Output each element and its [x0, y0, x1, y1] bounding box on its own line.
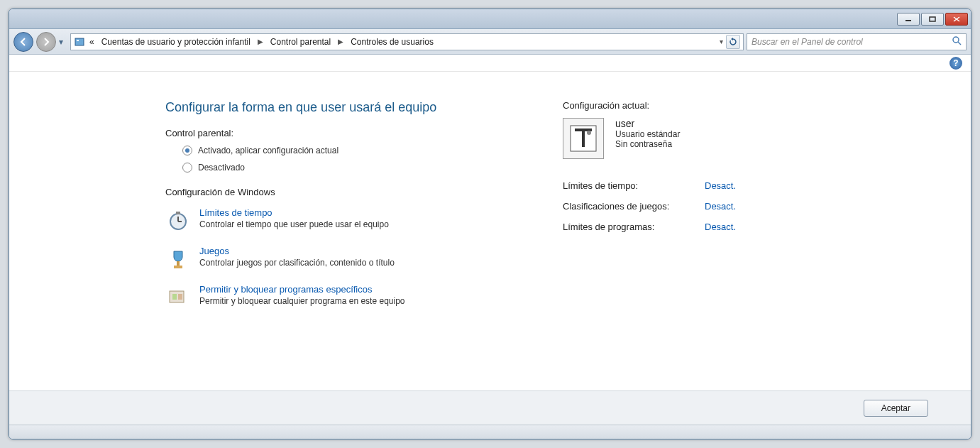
- breadcrumb-item[interactable]: Control parental: [268, 35, 334, 48]
- status-value-link[interactable]: Desact.: [705, 180, 736, 191]
- time-limits-desc: Controlar el tiempo que user puede usar …: [199, 219, 389, 229]
- settings-column: Configurar la forma en que user usará el…: [165, 100, 534, 322]
- status-value-link[interactable]: Desact.: [705, 222, 736, 232]
- search-placeholder: Buscar en el Panel de control: [751, 37, 863, 47]
- parental-radio-group: Activado, aplicar configuración actual D…: [182, 146, 534, 173]
- history-dropdown[interactable]: ▾: [59, 37, 67, 47]
- chevron-right-icon: ▶: [255, 38, 266, 45]
- programs-link[interactable]: Permitir y bloquear programas específico…: [199, 284, 405, 295]
- svg-point-18: [587, 131, 591, 135]
- user-name: user: [615, 118, 680, 129]
- programs-row: Permitir y bloquear programas específico…: [165, 284, 534, 310]
- radio-label: Desactivado: [198, 163, 245, 173]
- maximize-button[interactable]: [921, 13, 944, 26]
- user-avatar: [563, 118, 604, 159]
- svg-rect-1: [930, 17, 935, 21]
- titlebar: [9, 9, 971, 29]
- svg-rect-11: [176, 212, 180, 214]
- status-game-ratings: Clasificaciones de juegos: Desact.: [563, 201, 832, 212]
- radio-deactivated[interactable]: Desactivado: [182, 163, 534, 173]
- clock-icon: [165, 207, 191, 233]
- help-button[interactable]: ?: [949, 57, 962, 70]
- search-input[interactable]: Buscar en el Panel de control: [747, 33, 967, 50]
- search-icon: [952, 35, 962, 48]
- back-button[interactable]: [13, 32, 33, 52]
- forward-button[interactable]: [36, 32, 56, 52]
- breadcrumb-prefix: «: [87, 35, 97, 48]
- address-dropdown[interactable]: ▾: [720, 38, 723, 45]
- statusbar: [9, 425, 971, 439]
- time-limits-link[interactable]: Límites de tiempo: [199, 207, 389, 218]
- user-password-status: Sin contraseña: [615, 139, 680, 149]
- control-panel-window: ▾ « Cuentas de usuario y protección infa…: [9, 9, 971, 439]
- status-label: Clasificaciones de juegos:: [563, 201, 705, 212]
- windows-config-label: Configuración de Windows: [165, 187, 534, 197]
- user-role: Usuario estándar: [615, 129, 680, 139]
- games-row: Juegos Controlar juegos por clasificació…: [165, 246, 534, 271]
- navigation-bar: ▾ « Cuentas de usuario y protección infa…: [9, 29, 971, 55]
- refresh-button[interactable]: [726, 35, 740, 49]
- status-time-limits: Límites de tiempo: Desact.: [563, 180, 832, 191]
- status-label: Límites de programas:: [563, 222, 705, 232]
- dialog-footer: Aceptar: [9, 390, 971, 425]
- control-panel-icon: [74, 36, 85, 48]
- radio-activated[interactable]: Activado, aplicar configuración actual: [182, 146, 534, 155]
- trophy-icon: [165, 246, 191, 271]
- parental-control-label: Control parental:: [165, 128, 534, 138]
- svg-rect-4: [75, 38, 84, 45]
- breadcrumb-item[interactable]: Cuentas de usuario y protección infantil: [99, 35, 253, 48]
- status-label: Límites de tiempo:: [563, 180, 705, 191]
- programs-icon: [165, 284, 191, 310]
- address-bar[interactable]: « Cuentas de usuario y protección infant…: [70, 33, 744, 50]
- svg-rect-16: [178, 294, 182, 300]
- status-program-limits: Límites de programas: Desact.: [563, 222, 832, 232]
- svg-rect-15: [172, 294, 177, 300]
- svg-rect-12: [177, 261, 180, 266]
- status-column: Configuración actual: user Usuario están…: [563, 100, 832, 322]
- programs-desc: Permitir y bloquear cualquier programa e…: [199, 296, 405, 306]
- svg-rect-13: [174, 266, 182, 268]
- svg-rect-5: [77, 40, 79, 41]
- games-desc: Controlar juegos por clasificación, cont…: [199, 258, 395, 268]
- status-value-link[interactable]: Desact.: [705, 201, 736, 212]
- accept-button[interactable]: Aceptar: [864, 400, 928, 417]
- current-config-label: Configuración actual:: [563, 100, 832, 111]
- page-title: Configurar la forma en que user usará el…: [165, 100, 534, 115]
- svg-point-6: [953, 37, 959, 43]
- minimize-button[interactable]: [897, 13, 920, 26]
- toolbar: ?: [9, 55, 971, 72]
- svg-line-7: [958, 42, 961, 45]
- radio-icon: [182, 163, 192, 173]
- time-limits-row: Límites de tiempo Controlar el tiempo qu…: [165, 207, 534, 233]
- games-link[interactable]: Juegos: [199, 246, 395, 256]
- user-block: user Usuario estándar Sin contraseña: [563, 118, 832, 159]
- breadcrumb-item[interactable]: Controles de usuarios: [348, 35, 436, 48]
- radio-label: Activado, aplicar configuración actual: [198, 146, 338, 155]
- radio-icon: [182, 146, 192, 155]
- content-area: Configurar la forma en que user usará el…: [9, 72, 971, 390]
- close-button[interactable]: [945, 13, 968, 26]
- chevron-right-icon: ▶: [335, 38, 346, 45]
